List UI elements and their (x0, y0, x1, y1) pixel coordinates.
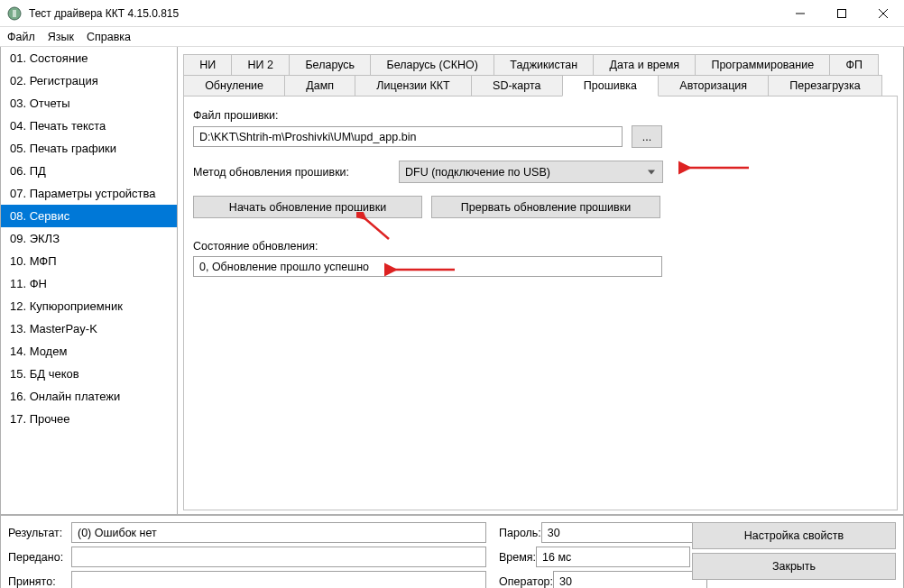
tab[interactable]: Лицензии ККТ (355, 75, 472, 96)
sidebar-item[interactable]: 06. ПД (1, 160, 177, 182)
tab-content: Файл прошивки: ... Метод обновления прош… (183, 96, 898, 510)
time-label: Время: (499, 551, 536, 564)
tab[interactable]: НИ 2 (231, 54, 290, 75)
sidebar: 01. Состояние02. Регистрация03. Отчеты04… (0, 47, 178, 515)
sidebar-item[interactable]: 04. Печать текста (1, 115, 177, 137)
menu-file[interactable]: Файл (7, 31, 35, 43)
firmware-file-label: Файл прошивки: (193, 109, 888, 122)
received-output (71, 571, 486, 588)
tab[interactable]: Таджикистан (494, 54, 594, 75)
update-state-label: Состояние обновления: (193, 240, 888, 253)
tab-row-2: ОбнулениеДампЛицензии ККТSD-картаПрошивк… (183, 75, 898, 96)
tab[interactable]: Авторизация (658, 75, 769, 96)
tab-row-1: НИНИ 2БеларусьБеларусь (СКНО)Таджикистан… (183, 54, 898, 75)
tab[interactable]: Прошивка (562, 75, 660, 96)
maximize-button[interactable] (821, 0, 862, 27)
tab[interactable]: Программирование (695, 54, 830, 75)
properties-button[interactable]: Настройка свойств (692, 522, 896, 549)
annotation-arrow (356, 212, 392, 243)
tab[interactable]: НИ (183, 54, 232, 75)
sidebar-item[interactable]: 17. Прочее (1, 408, 177, 430)
sidebar-item[interactable]: 12. Купюроприемник (1, 295, 177, 317)
sidebar-item[interactable]: 07. Параметры устройства (1, 182, 177, 205)
update-method-label: Метод обновления прошивки: (193, 166, 390, 179)
tab[interactable]: Дата и время (593, 54, 696, 75)
sidebar-item[interactable]: 15. БД чеков (1, 363, 177, 385)
menu-help[interactable]: Справка (87, 31, 131, 43)
result-output (71, 522, 486, 543)
tab[interactable]: Дамп (284, 75, 355, 96)
password-label: Пароль: (499, 527, 541, 539)
operator-label: Оператор: (499, 575, 553, 588)
sidebar-item[interactable]: 01. Состояние (1, 47, 177, 69)
svg-rect-1 (13, 10, 16, 17)
received-label: Принято: (8, 575, 71, 588)
app-icon (7, 6, 22, 21)
sent-label: Передано: (8, 551, 71, 564)
browse-button[interactable]: ... (632, 125, 662, 148)
update-method-select[interactable]: DFU (подключение по USB) (399, 161, 663, 183)
titlebar: Тест драйвера ККТ 4.15.0.815 (0, 0, 904, 27)
svg-rect-3 (838, 9, 846, 17)
password-input[interactable] (541, 522, 696, 543)
sidebar-item[interactable]: 10. МФП (1, 250, 177, 272)
window-title: Тест драйвера ККТ 4.15.0.815 (29, 7, 779, 20)
tab[interactable]: Перезагрузка (768, 75, 882, 96)
stop-update-button[interactable]: Прервать обновление прошивки (431, 196, 660, 218)
svg-line-7 (364, 217, 389, 239)
annotation-arrow (678, 161, 751, 179)
main-panel: НИНИ 2БеларусьБеларусь (СКНО)Таджикистан… (178, 47, 904, 515)
tab[interactable]: Беларусь (289, 54, 371, 75)
close-button[interactable] (862, 0, 904, 27)
firmware-file-input[interactable] (193, 126, 623, 147)
sidebar-item[interactable]: 09. ЭКЛЗ (1, 227, 177, 250)
menubar: Файл Язык Справка (0, 27, 904, 47)
operator-input[interactable] (553, 571, 707, 588)
sidebar-item[interactable]: 13. MasterPay-K (1, 317, 177, 340)
tab[interactable]: ФП (829, 54, 879, 75)
annotation-arrow (384, 262, 457, 280)
sent-output (71, 547, 486, 567)
menu-language[interactable]: Язык (48, 31, 74, 43)
time-output (536, 547, 690, 567)
close-app-button[interactable]: Закрыть (692, 553, 896, 580)
tab[interactable]: Беларусь (СКНО) (370, 54, 494, 75)
tab[interactable]: Обнуление (183, 75, 285, 96)
footer: Результат: Передано: Принято: Пароль: Вр… (0, 515, 904, 588)
minimize-button[interactable] (779, 0, 821, 27)
sidebar-item[interactable]: 05. Печать графики (1, 137, 177, 160)
tab[interactable]: SD-карта (471, 75, 563, 96)
sidebar-item[interactable]: 11. ФН (1, 272, 177, 295)
result-label: Результат: (8, 527, 71, 539)
update-method-value: DFU (подключение по USB) (405, 166, 550, 179)
sidebar-item[interactable]: 08. Сервис (1, 205, 177, 227)
sidebar-item[interactable]: 16. Онлайн платежи (1, 385, 177, 408)
sidebar-item[interactable]: 02. Регистрация (1, 69, 177, 92)
sidebar-item[interactable]: 03. Отчеты (1, 92, 177, 115)
sidebar-item[interactable]: 14. Модем (1, 340, 177, 363)
